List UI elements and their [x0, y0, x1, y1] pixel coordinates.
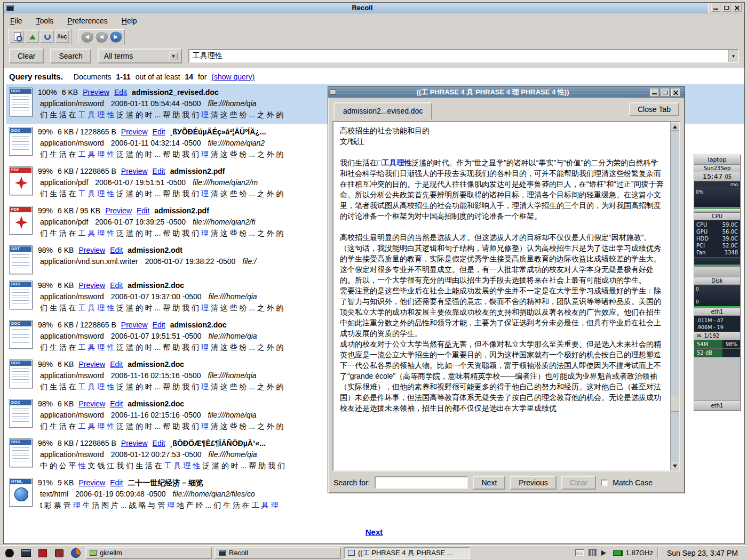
- next-page-link[interactable]: Next: [365, 527, 383, 537]
- disk-write-value: 0: [696, 299, 699, 305]
- sort-icon[interactable]: [26, 30, 39, 43]
- preview-tab[interactable]: admission2...evised.doc: [333, 102, 432, 119]
- file-date: 2006-01-11 05:54:44 -0500: [111, 99, 201, 108]
- preview-close-icon[interactable]: [671, 89, 680, 97]
- menu-file[interactable]: File: [10, 17, 22, 25]
- gkrellm-hostname[interactable]: laptop: [694, 155, 740, 165]
- scroll-down-icon[interactable]: [671, 462, 679, 470]
- pdf-file-icon: PDF: [9, 206, 33, 235]
- window-icon: [6, 5, 14, 11]
- preview-titlebar[interactable]: ((工 PHRASE 4 具 PHRASE 4 理 PHRASE 4 性)): [328, 87, 685, 98]
- launcher-firefox-icon[interactable]: [69, 547, 83, 559]
- search-button[interactable]: Search: [50, 49, 91, 63]
- term-explorer-icon[interactable]: ÂbÇ: [55, 30, 69, 43]
- preview-minimize-icon[interactable]: [650, 89, 659, 97]
- scrollbar-thumb[interactable]: [671, 396, 679, 412]
- menu-preferences[interactable]: Preferences: [67, 17, 108, 25]
- results-header: Query results. Documents 1-11 out of at …: [4, 68, 744, 84]
- find-next-button[interactable]: Next: [473, 476, 505, 490]
- find-input[interactable]: [375, 476, 468, 489]
- preview-link[interactable]: Preview: [121, 321, 148, 329]
- edit-link[interactable]: Edit: [110, 246, 123, 254]
- results-for-word: for: [198, 73, 206, 81]
- keyboard-tray-icon[interactable]: [575, 549, 584, 556]
- preview-link[interactable]: Preview: [78, 399, 105, 408]
- recoll-titlebar[interactable]: Recoll: [4, 3, 744, 13]
- prev-page-icon[interactable]: ◀: [95, 31, 108, 43]
- result-filename: admission2.doc: [128, 360, 184, 369]
- preview-link[interactable]: Preview: [78, 246, 105, 254]
- query-history-icon[interactable]: ▼: [728, 50, 738, 62]
- preview-tab-row: admission2...evised.doc Close Tab: [328, 98, 685, 118]
- scroll-up-icon[interactable]: [671, 122, 679, 131]
- preview-link[interactable]: Preview: [78, 281, 105, 290]
- memory-used: 54M: [697, 341, 708, 347]
- preview-maximize-icon[interactable]: [661, 89, 670, 97]
- edit-link[interactable]: Edit: [114, 88, 127, 97]
- recoll-task-icon: [219, 550, 226, 556]
- edit-link[interactable]: Edit: [110, 478, 123, 487]
- tray-grid-icon[interactable]: [589, 549, 597, 556]
- toolbar-group-nav: ◀ ◀ ▶: [78, 29, 125, 44]
- next-page-icon[interactable]: ▶: [109, 31, 122, 43]
- launcher-paw-icon[interactable]: [3, 547, 17, 559]
- history-icon[interactable]: [41, 30, 54, 43]
- launcher-terminal-icon[interactable]: [19, 547, 33, 559]
- relevance-percent: 98%: [38, 399, 53, 408]
- preview-link[interactable]: Preview: [121, 167, 148, 175]
- query-input-wrap: ▼: [188, 49, 739, 63]
- preview-link[interactable]: Preview: [121, 439, 148, 447]
- task-recoll[interactable]: Recoll: [214, 547, 341, 559]
- close-icon[interactable]: [733, 4, 742, 12]
- find-clear-button[interactable]: Clear: [561, 476, 596, 490]
- mime-type: application/vnd.sun.xml.writer: [40, 257, 138, 266]
- edit-link[interactable]: Edit: [153, 439, 165, 447]
- volume-icon[interactable]: [601, 550, 609, 556]
- menu-help[interactable]: Help: [122, 17, 137, 25]
- show-query-link[interactable]: (show query): [211, 73, 255, 81]
- preview-link[interactable]: Preview: [78, 478, 105, 487]
- preview-link[interactable]: Preview: [83, 88, 109, 97]
- edit-link[interactable]: Edit: [110, 281, 123, 290]
- relevance-percent: 100%: [38, 88, 57, 97]
- menu-tools[interactable]: Tools: [36, 17, 54, 25]
- preview-link[interactable]: Preview: [78, 360, 105, 369]
- disk-chart: 0 0: [694, 285, 740, 308]
- edit-link[interactable]: Edit: [153, 321, 165, 329]
- maximize-icon[interactable]: [722, 4, 731, 12]
- preview-scrollbar[interactable]: [670, 122, 679, 470]
- preview-link[interactable]: Preview: [121, 127, 148, 136]
- taskbar-clock[interactable]: Sun Sep 23, 3:47 PM: [663, 549, 742, 557]
- launcher-app-red-icon[interactable]: [36, 547, 50, 559]
- query-input[interactable]: [189, 50, 728, 62]
- first-page-icon[interactable]: ◀: [81, 31, 93, 43]
- edit-link[interactable]: Edit: [137, 206, 149, 215]
- task-preview[interactable]: ((工 PHRASE 4 具 PHRASE ...: [344, 547, 470, 559]
- edit-link[interactable]: Edit: [153, 167, 165, 175]
- close-tab-button[interactable]: Close Tab: [629, 102, 679, 116]
- edit-link[interactable]: Edit: [110, 360, 123, 369]
- search-mode-select[interactable]: All terms ▼: [98, 49, 182, 63]
- relevance-percent: 98%: [38, 321, 53, 329]
- results-title: Query results.: [9, 72, 63, 81]
- clear-button[interactable]: Clear: [9, 49, 44, 63]
- result-filename: admission2.doc: [128, 281, 184, 290]
- document-paragraph: [340, 147, 664, 157]
- document-search-icon[interactable]: [11, 30, 24, 43]
- find-previous-button[interactable]: Previous: [510, 476, 556, 490]
- edit-link[interactable]: Edit: [153, 127, 165, 136]
- gkrellm-time: 15:47: [703, 172, 722, 180]
- document-paragraph: 需要注意的是这些毕业后在社会上能成功发展的学生并不一定是在大学里学习成绩最好的学…: [340, 285, 664, 339]
- preview-link[interactable]: Preview: [105, 206, 132, 215]
- mail-icon: ✉: [697, 333, 701, 339]
- match-case-checkbox[interactable]: [601, 479, 608, 486]
- task-gkrellm[interactable]: gkrellm: [85, 547, 212, 559]
- scrollbar-track[interactable]: [671, 131, 679, 462]
- mail-monitor[interactable]: ✉ 1/192: [694, 332, 740, 340]
- minimize-icon[interactable]: [711, 4, 720, 12]
- gkrellm-seconds: 05: [725, 174, 732, 180]
- disk-label: Disk: [694, 277, 740, 285]
- launcher-app-brown-icon[interactable]: [52, 547, 66, 559]
- edit-link[interactable]: Edit: [110, 399, 123, 408]
- file-path: file:///home/qia: [208, 411, 257, 419]
